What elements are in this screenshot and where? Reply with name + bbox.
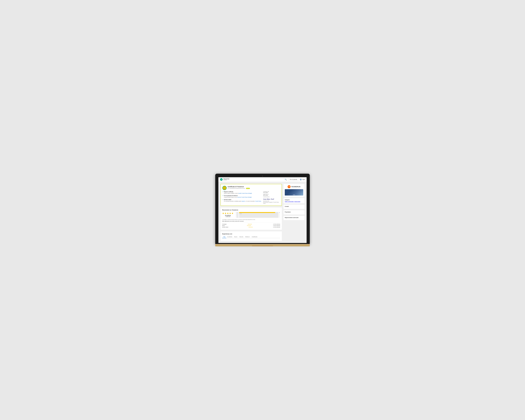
brand-card: YR YESWERUN	[283, 184, 304, 197]
merce-score: 4.98 (Eccellente)	[273, 225, 280, 226]
cert-header: e Certificato di Yeswerun No. X920AA2B5F…	[222, 186, 280, 190]
check-icon-3: ✓	[222, 199, 223, 200]
laptop-wrapper: e TRUSTED SHOPS 🔍 Per le aziende 👤 Login	[215, 174, 310, 246]
user-icon: 👤	[300, 178, 302, 180]
bar-count-5: 38	[279, 212, 280, 213]
trusted-link[interactable]: Trusted Shops.	[255, 201, 262, 202]
servizio-score: 4.90 (Eccellente)	[273, 227, 280, 228]
cert-signer: Jean-Marc Noël Amministratore delegato d…	[263, 200, 280, 204]
cert-valido-label: Valido fino al	[263, 194, 280, 195]
tab-discreto[interactable]: Discreto	[238, 236, 244, 238]
merce-stars: ★★★★★	[247, 225, 251, 226]
cert-left: ✓ Negozio certificato Questo negozio sod…	[222, 191, 262, 204]
reviews-total: Dalla registrazione sono state raccolte …	[222, 221, 280, 222]
cert-right: Certificato dal 27.01.2014 Valido fino a…	[263, 191, 280, 204]
screen-bezel: e TRUSTED SHOPS 🔍 Per le aziende 👤 Login	[215, 174, 310, 244]
categories-links: Hobby e tempo libero, Articoli sportivi	[285, 201, 303, 202]
bar-row-5: 5 stelle 38	[235, 212, 280, 213]
cert-body: ✓ Negozio certificato Questo negozio sod…	[222, 191, 280, 204]
bar-track-3	[239, 215, 278, 215]
garanzia-link[interactable]: Garanzia Trusted Shops (Dettagli).	[237, 197, 252, 198]
consegna-stars: ★★★★★	[248, 224, 252, 225]
cert-servizio-title: ✓ Servizio clienti	[222, 199, 262, 200]
bar-row-2: 2 stelle 0	[235, 215, 280, 216]
check-icon-2: ✓	[222, 195, 223, 196]
servizio-label: Servizio clienti	[222, 227, 228, 228]
contatti-card: Contatti	[283, 205, 304, 209]
cert-valido-value: 26.01.2019	[263, 195, 280, 196]
login-button[interactable]: 👤 Login	[300, 178, 305, 180]
sub-rating-consegna: Consegna ★★★★★ 4.93 (Eccellente)	[222, 224, 280, 225]
ts-shops-label: SHOPS	[223, 179, 229, 181]
experience-title: Esperienza con	[222, 233, 280, 235]
dot-2	[294, 195, 294, 195]
consegna-score: 4.93 (Eccellente)	[273, 224, 280, 225]
cert-badge-icon: e	[222, 186, 227, 190]
check-icon-1: ✓	[222, 191, 223, 192]
bar-count-2: 0	[279, 215, 280, 216]
hobby-link[interactable]: Hobby e tempo libero	[285, 201, 294, 202]
bar-track-5	[239, 212, 278, 213]
tab-buono[interactable]: Buono	[233, 236, 238, 238]
big-stars: ★★★★★	[222, 212, 234, 215]
dot-3	[295, 195, 295, 195]
cert-number-row: No. X920AA2B5F601A64666225063F41DA727 va…	[228, 188, 280, 189]
qualita-link[interactable]: qualità Trusted Shops (Dettagli).	[239, 193, 252, 194]
cert-item-servizio: ✓ Servizio clienti Per eventuali domande…	[222, 199, 262, 202]
cert-servizio-text: Per eventuali domande, contattate questo…	[222, 201, 262, 202]
cert-dal-row: Certificato dal 27.01.2014	[263, 191, 280, 193]
proprietario-card: Proprietario	[283, 210, 304, 215]
tab-insufficiente[interactable]: Insufficiente	[251, 236, 258, 238]
bar-label-3: 3 stelle	[235, 214, 239, 215]
negozio-link[interactable]: negozio	[242, 201, 245, 202]
tab-tutti[interactable]: Tutti	[222, 236, 226, 238]
reviews-title: Recensioni su Yeswerun	[222, 209, 280, 211]
cert-garanzia-title: ✓ Con la garanzia di rimborso	[222, 195, 262, 196]
brand-logo: YR YESWERUN	[285, 185, 303, 188]
bar-row-3: 3 stelle 0	[235, 214, 280, 215]
rating-number: 4.93/5.00	[222, 216, 234, 217]
servizio-stars: ★★★★★	[249, 227, 253, 228]
bar-count-4: 3	[279, 213, 280, 214]
merce-label: Merce	[222, 225, 225, 226]
aziende-button[interactable]: Per le aziende	[289, 178, 299, 181]
bar-label-2: 2 stelle	[235, 215, 239, 216]
reviews-note: Il punteggio è calcolato sulla base dell…	[222, 219, 280, 220]
rappresentante-card: Rappresentante autorizzato	[283, 216, 304, 220]
bar-track-2	[239, 215, 278, 216]
categories-card: Categorie Hobby e tempo libero, Articoli…	[283, 198, 304, 203]
laptop-base	[215, 244, 310, 246]
bar-track-1	[239, 217, 278, 218]
bar-track-4	[239, 213, 278, 214]
rating-label: Eccellente	[222, 215, 234, 216]
cert-signature: Jean-Marc Noël	[263, 198, 280, 200]
trusted-shops-logo: e TRUSTED SHOPS	[220, 178, 229, 181]
rappresentante-title: Rappresentante autorizzato	[285, 217, 303, 218]
reviews-overview: ★★★★★ Eccellente 4.93/5.00 5 stelle	[222, 212, 280, 218]
rating-bars: 5 stelle 38 4 stelle	[235, 212, 280, 218]
bar-row-1: 1 stella 0	[235, 217, 280, 218]
tab-mediocre[interactable]: Mediocre	[244, 236, 251, 238]
bar-label-4: 4 stelle	[235, 213, 239, 214]
tab-eccellente[interactable]: Eccellente	[226, 236, 233, 238]
cert-item-negozio: ✓ Negozio certificato Questo negozio sod…	[222, 191, 262, 194]
search-button[interactable]: 🔍	[284, 178, 287, 181]
articoli-link[interactable]: Articoli sportivi	[294, 201, 300, 202]
categories-title: Categorie	[285, 199, 303, 200]
bar-label-5: 5 stelle	[235, 212, 239, 213]
cert-negozio-text: Questo negozio soddisfa i criteri di qua…	[222, 193, 262, 194]
laptop-screen: e TRUSTED SHOPS 🔍 Per le aziende 👤 Login	[218, 177, 307, 243]
cert-garanzia-text: Acquisti protetti 30 giorni con la Garan…	[222, 196, 262, 198]
cert-title-block: Certificato di Yeswerun No. X920AA2B5F60…	[228, 186, 280, 189]
bar-row-4: 4 stelle 3	[235, 213, 280, 214]
browser-header: e TRUSTED SHOPS 🔍 Per le aziende 👤 Login	[218, 177, 307, 182]
cert-item-garanzia: ✓ Con la garanzia di rimborso Acquisti p…	[222, 195, 262, 198]
ts-brand-text: TRUSTED SHOPS	[223, 178, 229, 181]
sub-ratings: Consegna ★★★★★ 4.93 (Eccellente) Merce ★…	[222, 223, 280, 228]
cert-negozio-title: ✓ Negozio certificato	[222, 191, 262, 192]
cert-confermato-row: Confermato da	[263, 196, 280, 197]
cert-status-badge: valido	[246, 188, 250, 189]
certificate-card: e Certificato di Yeswerun No. X920AA2B5F…	[221, 184, 282, 206]
dot-1	[293, 195, 293, 195]
bar-fill-5	[239, 212, 275, 213]
